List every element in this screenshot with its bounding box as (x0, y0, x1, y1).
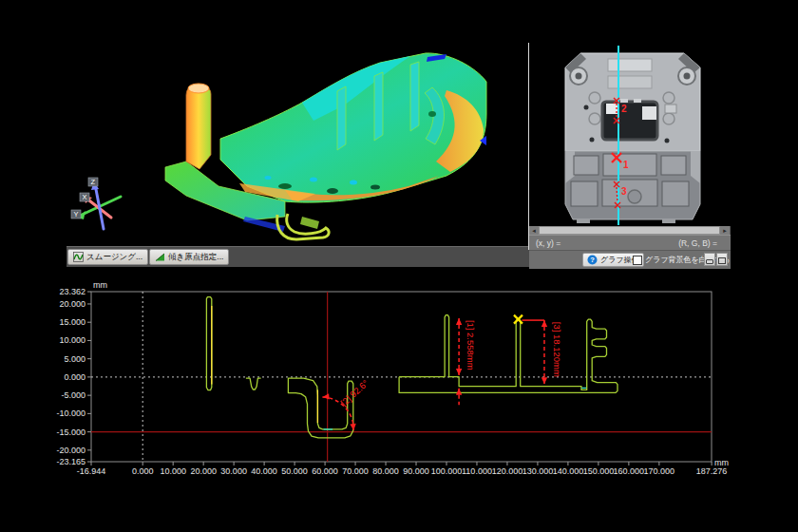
tilt-origin-button[interactable]: 傾き原点指定... (149, 249, 229, 265)
profile-graph-canvas[interactable]: -16.9440.00010.00020.00030.00040.00050.0… (0, 274, 798, 484)
popout-icon (718, 257, 726, 264)
marker-3-label: 3 (621, 186, 627, 197)
scroll-right-button[interactable]: ▸ (720, 226, 730, 235)
axis-triad: Z X Y (71, 178, 121, 229)
profile-section-path (246, 378, 261, 390)
x-tick-label: 120.000 (492, 466, 523, 476)
y-tick-label: 20.000 (59, 299, 86, 309)
x-tick-label: 10.000 (160, 466, 186, 476)
popout-panel-button[interactable] (716, 253, 728, 266)
smoothing-icon (73, 252, 84, 262)
profile-section-path (399, 315, 618, 393)
svg-text:?: ? (590, 256, 595, 264)
dimension-arrowhead (542, 377, 547, 384)
x-tick-label: 130.000 (522, 466, 554, 476)
y-tick-label: 23.362 (59, 287, 86, 296)
x-tick-label: 187.276 (696, 466, 728, 476)
tilt-origin-label: 傾き原点指定... (168, 252, 223, 263)
y-axis-unit-label: mm (93, 280, 107, 290)
marker-2-label: 2 (621, 104, 627, 114)
tilt-origin-icon (155, 252, 165, 262)
collapse-panel-button[interactable] (704, 253, 715, 266)
dimension-arrowhead (456, 369, 462, 375)
annotation-2-label: [2] 92.6° (338, 377, 370, 408)
xy-readout-label: (x, y) = (536, 236, 560, 251)
x-tick-label: 30.000 (220, 466, 247, 476)
y-tick-label: -10.000 (56, 408, 86, 418)
y-tick-label: 5.000 (64, 354, 86, 364)
y-tick-label: -15.000 (56, 428, 86, 437)
x-tick-label: 170.000 (644, 466, 675, 476)
x-tick-label: 140.000 (553, 466, 584, 476)
y-tick-label: -20.000 (56, 446, 86, 455)
y-tick-label: -5.000 (61, 390, 86, 400)
annotation-1-label: [1] 2.558mm (466, 320, 476, 370)
y-tick-label: -23.165 (56, 457, 86, 466)
y-tick-label: 15.000 (59, 317, 86, 327)
dimension-arrowhead (542, 320, 547, 327)
dimension-arrowhead (456, 318, 462, 325)
x-tick-label: 0.000 (132, 466, 154, 476)
annotation-3-label: [3] 18.120mm (552, 322, 562, 377)
coordinate-status-bar: (x, y) = (R, G, B) = (529, 235, 731, 251)
marker-1-label: 1 (623, 160, 629, 170)
x-tick-label: 160.000 (614, 466, 645, 476)
x-tick-label: -16.944 (77, 466, 106, 476)
x-tick-label: 40.000 (251, 466, 277, 476)
white-background-checkbox[interactable] (633, 256, 642, 265)
view-3d-canvas[interactable]: Z X Y (0, 0, 529, 246)
scanned-part-3d-model (165, 53, 486, 239)
part-top-view-image (565, 53, 700, 223)
panel-2d: 1 2 3 ◂ ▸ (x, y) = (R, G, B) = ? グラフ操作 (529, 0, 731, 268)
graph-control-bar: ? グラフ操作 グラフ背景色を白にする (529, 250, 731, 269)
y-tick-label: 0.000 (64, 372, 86, 382)
x-tick-label: 20.000 (190, 466, 217, 476)
rgb-readout-label: (R, G, B) = (678, 236, 717, 251)
smoothing-label: スムージング... (86, 252, 142, 263)
x-tick-label: 90.000 (403, 466, 429, 476)
x-tick-label: 50.000 (281, 466, 308, 476)
smoothing-button[interactable]: スムージング... (67, 249, 148, 265)
horizontal-scrollbar: ◂ ▸ (529, 226, 731, 235)
dimension-arrowhead (456, 389, 462, 395)
collapse-icon (706, 259, 713, 264)
x-tick-label: 60.000 (312, 466, 338, 476)
x-tick-label: 150.000 (583, 466, 615, 476)
profile-section-path (206, 297, 211, 390)
x-tick-label: 70.000 (342, 466, 369, 476)
axis-x-label: X (83, 193, 87, 201)
scroll-left-button[interactable]: ◂ (529, 226, 539, 235)
dimension-arrowhead (322, 393, 330, 400)
axis-z-label: Z (91, 178, 96, 186)
toolbar-3d: スムージング... 傾き原点指定... (66, 246, 529, 267)
axis-y-label: Y (74, 210, 79, 218)
app-root: Z X Y スムージング... 傾き原点指定... (0, 0, 798, 532)
scrollbar-thumb[interactable] (539, 226, 720, 235)
help-icon: ? (587, 255, 598, 265)
x-tick-label: 110.000 (462, 466, 492, 476)
profile-section-path (288, 378, 352, 438)
x-axis-unit-label: mm (714, 458, 729, 467)
view-2d-canvas[interactable]: 1 2 3 (529, 43, 731, 226)
dimension-arrowhead (350, 424, 356, 431)
x-tick-label: 100.000 (431, 466, 463, 476)
x-tick-label: 80.000 (372, 466, 399, 476)
y-tick-label: 10.000 (59, 335, 86, 345)
